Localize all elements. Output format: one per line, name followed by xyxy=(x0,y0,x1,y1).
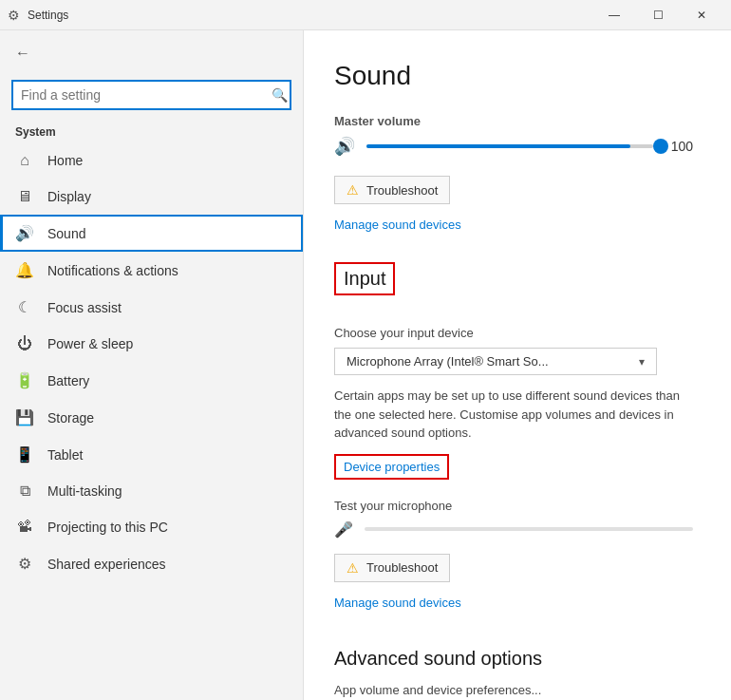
sidebar-item-label: Display xyxy=(47,189,91,204)
app-container: ← 🔍 System ⌂ Home 🖥 Display 🔊 Sound 🔔 No… xyxy=(0,30,731,700)
sidebar: ← 🔍 System ⌂ Home 🖥 Display 🔊 Sound 🔔 No… xyxy=(0,30,304,700)
search-button[interactable]: 🔍 xyxy=(272,87,288,103)
battery-icon: 🔋 xyxy=(15,371,34,389)
sidebar-item-label: Shared experiences xyxy=(47,557,166,572)
choose-device-section: Choose your input device Microphone Arra… xyxy=(334,326,693,375)
troubleshoot-label-2: Troubleshoot xyxy=(366,560,438,575)
home-icon: ⌂ xyxy=(15,152,34,169)
sidebar-item-multitask[interactable]: ⧉ Multi-tasking xyxy=(0,473,303,509)
choose-label: Choose your input device xyxy=(334,326,693,340)
main-content: Sound Master volume 🔊 100 ⚠ Troubleshoot… xyxy=(304,30,731,700)
volume-label: Master volume xyxy=(334,114,693,128)
sidebar-item-display[interactable]: 🖥 Display xyxy=(0,179,303,215)
manage-sound-link-1[interactable]: Manage sound devices xyxy=(334,218,461,232)
slider-thumb xyxy=(653,139,668,154)
sidebar-item-label: Storage xyxy=(47,410,94,426)
device-properties-link[interactable]: Device properties xyxy=(334,454,449,480)
display-icon: 🖥 xyxy=(15,188,34,205)
focus-icon: ☾ xyxy=(15,298,34,316)
search-input[interactable] xyxy=(11,80,291,110)
sidebar-item-storage[interactable]: 💾 Storage xyxy=(0,399,303,436)
sidebar-item-power[interactable]: ⏻ Power & sleep xyxy=(0,326,303,362)
sidebar-item-label: Notifications & actions xyxy=(47,263,178,278)
minimize-button[interactable]: — xyxy=(592,0,636,30)
sidebar-item-label: Battery xyxy=(47,373,89,388)
input-section: Input Choose your input device Microphon… xyxy=(334,262,693,539)
sidebar-item-label: Sound xyxy=(47,226,85,241)
troubleshoot-label-1: Troubleshoot xyxy=(366,183,438,198)
sidebar-item-label: Multi-tasking xyxy=(47,483,122,499)
chevron-down-icon: ▾ xyxy=(639,355,645,369)
mic-test-label: Test your microphone xyxy=(334,499,693,513)
sidebar-item-sound[interactable]: 🔊 Sound xyxy=(0,215,303,252)
warn-icon-1: ⚠ xyxy=(347,182,359,198)
page-title: Sound xyxy=(334,61,693,91)
sidebar-item-focus[interactable]: ☾ Focus assist xyxy=(0,289,303,326)
back-button[interactable]: ← xyxy=(0,30,303,76)
slider-track xyxy=(366,144,653,148)
advanced-title: Advanced sound options xyxy=(334,648,693,670)
sidebar-item-shared[interactable]: ⚙ Shared experiences xyxy=(0,545,303,582)
back-arrow-icon: ← xyxy=(15,45,30,62)
sidebar-item-tablet[interactable]: 📱 Tablet xyxy=(0,436,303,473)
notifications-icon: 🔔 xyxy=(15,261,34,279)
sidebar-item-battery[interactable]: 🔋 Battery xyxy=(0,362,303,399)
sidebar-item-label: Home xyxy=(47,153,83,168)
volume-slider[interactable] xyxy=(366,144,653,148)
multitask-icon: ⧉ xyxy=(15,482,34,500)
troubleshoot-button-1[interactable]: ⚠ Troubleshoot xyxy=(334,176,450,204)
manage-sound-link-2[interactable]: Manage sound devices xyxy=(334,596,461,610)
sidebar-item-label: Tablet xyxy=(47,447,83,463)
power-icon: ⏻ xyxy=(15,335,34,352)
window-controls: — ☐ ✕ xyxy=(592,0,723,30)
title-bar: ⚙ Settings — ☐ ✕ xyxy=(0,0,731,30)
dropdown-value: Microphone Array (Intel® Smart So... xyxy=(347,354,549,369)
close-button[interactable]: ✕ xyxy=(680,0,723,30)
sidebar-item-label: Power & sleep xyxy=(47,336,133,351)
window-title: Settings xyxy=(28,9,592,22)
projecting-icon: 📽 xyxy=(15,519,34,536)
mic-row: 🎤 xyxy=(334,520,693,539)
search-box: 🔍 xyxy=(11,80,291,110)
sidebar-item-label: Projecting to this PC xyxy=(47,520,168,535)
sidebar-item-notifications[interactable]: 🔔 Notifications & actions xyxy=(0,252,303,289)
tablet-icon: 📱 xyxy=(15,445,34,464)
volume-icon: 🔊 xyxy=(334,136,355,157)
sidebar-item-projecting[interactable]: 📽 Projecting to this PC xyxy=(0,509,303,545)
warn-icon-2: ⚠ xyxy=(347,560,359,576)
sidebar-item-home[interactable]: ⌂ Home xyxy=(0,142,303,179)
volume-value: 100 xyxy=(665,139,693,154)
sidebar-item-label: Focus assist xyxy=(47,300,122,315)
sound-icon: 🔊 xyxy=(15,224,34,242)
settings-icon: ⚙ xyxy=(8,8,20,23)
mic-icon: 🎤 xyxy=(334,520,353,539)
troubleshoot-button-2[interactable]: ⚠ Troubleshoot xyxy=(334,554,450,582)
maximize-button[interactable]: ☐ xyxy=(636,0,680,30)
mic-track xyxy=(365,527,693,531)
shared-icon: ⚙ xyxy=(15,555,34,573)
volume-section: Master volume 🔊 100 xyxy=(334,114,693,157)
input-device-dropdown[interactable]: Microphone Array (Intel® Smart So... ▾ xyxy=(334,348,657,375)
volume-row: 🔊 100 xyxy=(334,136,693,157)
storage-icon: 💾 xyxy=(15,408,34,426)
input-section-title: Input xyxy=(334,262,395,295)
section-label: System xyxy=(0,118,303,142)
slider-fill xyxy=(366,144,630,148)
advanced-section: Advanced sound options App volume and de… xyxy=(334,648,693,700)
advanced-sub-label: App volume and device preferences... xyxy=(334,681,693,700)
info-text: Certain apps may be set up to use differ… xyxy=(334,387,693,443)
